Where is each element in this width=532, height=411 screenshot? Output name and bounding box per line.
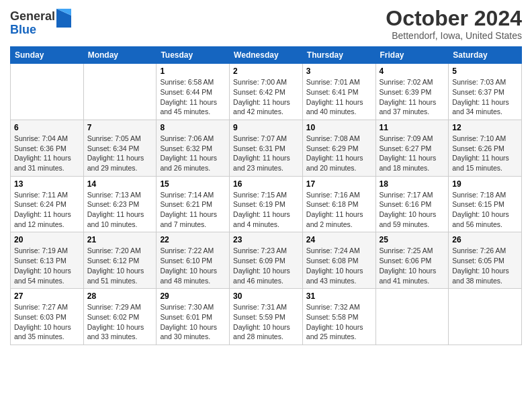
calendar-header-saturday: Saturday (449, 47, 522, 64)
calendar-cell: 2Sunrise: 7:00 AM Sunset: 6:42 PM Daylig… (230, 64, 303, 120)
calendar-cell: 1Sunrise: 6:58 AM Sunset: 6:44 PM Daylig… (157, 64, 230, 120)
calendar-header-thursday: Thursday (302, 47, 375, 64)
calendar-cell: 27Sunrise: 7:27 AM Sunset: 6:03 PM Dayli… (11, 289, 84, 345)
day-number: 13 (14, 179, 80, 189)
calendar-cell (11, 64, 84, 120)
day-info: Sunrise: 7:03 AM Sunset: 6:37 PM Dayligh… (452, 78, 509, 116)
day-number: 5 (452, 66, 518, 76)
calendar-week-1: 6Sunrise: 7:04 AM Sunset: 6:36 PM Daylig… (11, 120, 522, 176)
day-info: Sunrise: 7:16 AM Sunset: 6:18 PM Dayligh… (306, 191, 363, 228)
calendar-cell: 13Sunrise: 7:11 AM Sunset: 6:24 PM Dayli… (11, 176, 84, 232)
calendar-cell: 28Sunrise: 7:29 AM Sunset: 6:02 PM Dayli… (83, 289, 157, 345)
day-info: Sunrise: 7:20 AM Sunset: 6:12 PM Dayligh… (87, 246, 144, 284)
day-number: 8 (160, 123, 226, 132)
day-info: Sunrise: 7:09 AM Sunset: 6:27 PM Dayligh… (380, 134, 437, 172)
calendar-cell: 31Sunrise: 7:32 AM Sunset: 5:58 PM Dayli… (302, 289, 375, 345)
day-info: Sunrise: 6:58 AM Sunset: 6:44 PM Dayligh… (160, 78, 217, 116)
day-info: Sunrise: 7:30 AM Sunset: 6:01 PM Dayligh… (160, 303, 217, 340)
calendar-table: SundayMondayTuesdayWednesdayThursdayFrid… (10, 46, 522, 345)
calendar-week-4: 27Sunrise: 7:27 AM Sunset: 6:03 PM Dayli… (11, 289, 522, 345)
day-number: 21 (87, 235, 153, 244)
calendar-cell: 17Sunrise: 7:16 AM Sunset: 6:18 PM Dayli… (302, 176, 375, 232)
day-info: Sunrise: 7:19 AM Sunset: 6:13 PM Dayligh… (14, 246, 71, 284)
day-number: 14 (87, 179, 153, 189)
calendar-cell: 16Sunrise: 7:15 AM Sunset: 6:19 PM Dayli… (230, 176, 303, 232)
day-info: Sunrise: 7:23 AM Sunset: 6:09 PM Dayligh… (233, 246, 290, 284)
calendar-header-sunday: Sunday (11, 47, 84, 64)
logo-text: General Blue (10, 10, 55, 37)
calendar-cell: 25Sunrise: 7:25 AM Sunset: 6:06 PM Dayli… (375, 232, 449, 289)
calendar-cell: 6Sunrise: 7:04 AM Sunset: 6:36 PM Daylig… (11, 120, 84, 176)
calendar-cell: 9Sunrise: 7:07 AM Sunset: 6:31 PM Daylig… (230, 120, 303, 176)
day-info: Sunrise: 7:17 AM Sunset: 6:16 PM Dayligh… (380, 191, 437, 228)
day-info: Sunrise: 7:06 AM Sunset: 6:32 PM Dayligh… (160, 134, 217, 172)
calendar-cell: 10Sunrise: 7:08 AM Sunset: 6:29 PM Dayli… (302, 120, 375, 176)
day-info: Sunrise: 7:29 AM Sunset: 6:02 PM Dayligh… (87, 303, 144, 340)
day-number: 19 (452, 179, 518, 189)
day-number: 3 (306, 66, 372, 76)
calendar-header-friday: Friday (375, 47, 449, 64)
calendar-cell: 18Sunrise: 7:17 AM Sunset: 6:16 PM Dayli… (375, 176, 449, 232)
calendar-cell (83, 64, 157, 120)
calendar-header-monday: Monday (83, 47, 157, 64)
calendar-cell: 30Sunrise: 7:31 AM Sunset: 5:59 PM Dayli… (230, 289, 303, 345)
day-info: Sunrise: 7:11 AM Sunset: 6:24 PM Dayligh… (14, 191, 71, 228)
day-info: Sunrise: 7:01 AM Sunset: 6:41 PM Dayligh… (306, 78, 363, 116)
day-number: 31 (306, 291, 372, 301)
day-number: 29 (160, 291, 226, 301)
day-number: 22 (160, 235, 226, 244)
month-title: October 2024 (386, 7, 522, 30)
calendar-week-3: 20Sunrise: 7:19 AM Sunset: 6:13 PM Dayli… (11, 232, 522, 289)
day-info: Sunrise: 7:07 AM Sunset: 6:31 PM Dayligh… (233, 134, 290, 172)
location: Bettendorf, Iowa, United States (386, 30, 522, 41)
calendar-cell: 24Sunrise: 7:24 AM Sunset: 6:08 PM Dayli… (302, 232, 375, 289)
calendar-cell: 7Sunrise: 7:05 AM Sunset: 6:34 PM Daylig… (83, 120, 157, 176)
day-number: 10 (306, 123, 372, 132)
day-info: Sunrise: 7:32 AM Sunset: 5:58 PM Dayligh… (306, 303, 363, 340)
day-number: 27 (14, 291, 80, 301)
header: General Blue October 2024 Bettendorf, Io… (10, 7, 522, 41)
day-info: Sunrise: 7:10 AM Sunset: 6:26 PM Dayligh… (452, 134, 509, 172)
calendar-cell: 3Sunrise: 7:01 AM Sunset: 6:41 PM Daylig… (302, 64, 375, 120)
calendar-header-wednesday: Wednesday (230, 47, 303, 64)
day-number: 30 (233, 291, 299, 301)
day-number: 1 (160, 66, 226, 76)
calendar-cell: 29Sunrise: 7:30 AM Sunset: 6:01 PM Dayli… (157, 289, 230, 345)
day-info: Sunrise: 7:27 AM Sunset: 6:03 PM Dayligh… (14, 303, 71, 340)
day-number: 24 (306, 235, 372, 244)
calendar-cell: 4Sunrise: 7:02 AM Sunset: 6:39 PM Daylig… (375, 64, 449, 120)
calendar-cell (375, 289, 449, 345)
logo: General Blue (10, 10, 71, 37)
calendar-cell: 22Sunrise: 7:22 AM Sunset: 6:10 PM Dayli… (157, 232, 230, 289)
day-info: Sunrise: 7:14 AM Sunset: 6:21 PM Dayligh… (160, 191, 217, 228)
day-number: 11 (380, 123, 445, 132)
calendar-cell: 5Sunrise: 7:03 AM Sunset: 6:37 PM Daylig… (449, 64, 522, 120)
day-number: 4 (380, 66, 445, 76)
calendar-week-2: 13Sunrise: 7:11 AM Sunset: 6:24 PM Dayli… (11, 176, 522, 232)
page: General Blue October 2024 Bettendorf, Io… (0, 0, 532, 411)
day-info: Sunrise: 7:15 AM Sunset: 6:19 PM Dayligh… (233, 191, 290, 228)
day-info: Sunrise: 7:22 AM Sunset: 6:10 PM Dayligh… (160, 246, 217, 284)
calendar-cell: 20Sunrise: 7:19 AM Sunset: 6:13 PM Dayli… (11, 232, 84, 289)
day-number: 7 (87, 123, 153, 132)
day-info: Sunrise: 7:31 AM Sunset: 5:59 PM Dayligh… (233, 303, 290, 340)
logo-blue: Blue (10, 24, 55, 37)
title-block: October 2024 Bettendorf, Iowa, United St… (386, 7, 522, 41)
day-number: 23 (233, 235, 299, 244)
logo-general: General (10, 10, 55, 24)
day-info: Sunrise: 7:18 AM Sunset: 6:15 PM Dayligh… (452, 191, 509, 228)
day-number: 6 (14, 123, 80, 132)
day-info: Sunrise: 7:05 AM Sunset: 6:34 PM Dayligh… (87, 134, 144, 172)
day-info: Sunrise: 7:26 AM Sunset: 6:05 PM Dayligh… (452, 246, 509, 284)
day-number: 15 (160, 179, 226, 189)
day-number: 18 (380, 179, 445, 189)
day-number: 2 (233, 66, 299, 76)
calendar-cell: 21Sunrise: 7:20 AM Sunset: 6:12 PM Dayli… (83, 232, 157, 289)
day-number: 26 (452, 235, 518, 244)
calendar-cell (449, 289, 522, 345)
calendar-header-tuesday: Tuesday (157, 47, 230, 64)
day-number: 12 (452, 123, 518, 132)
logo-icon (56, 9, 71, 28)
calendar-cell: 14Sunrise: 7:13 AM Sunset: 6:23 PM Dayli… (83, 176, 157, 232)
calendar-header-row: SundayMondayTuesdayWednesdayThursdayFrid… (11, 47, 522, 64)
